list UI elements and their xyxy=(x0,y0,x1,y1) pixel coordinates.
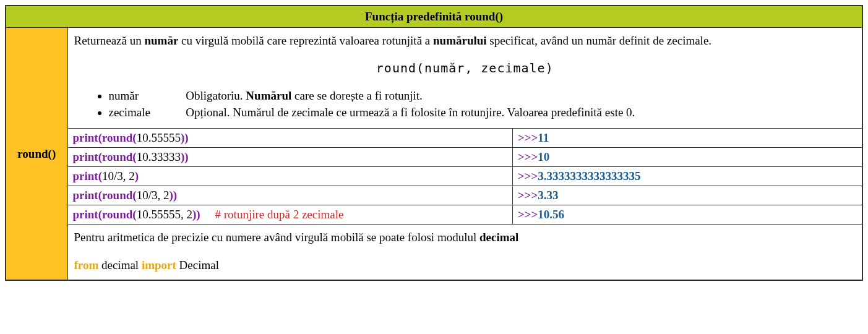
code-cell: print(round(10.33333)) xyxy=(68,147,513,166)
output-cell: >>>3.33 xyxy=(512,186,862,205)
example-row: print(10/3, 2) >>>3.3333333333333335 xyxy=(68,166,862,186)
code-cell: print(round(10/3, 2)) xyxy=(68,186,513,205)
param-list: număr Obligatoriu. Numărul care se doreș… xyxy=(74,88,856,121)
output-cell: >>>10.56 xyxy=(512,205,862,224)
param-desc: Opțional. Numărul de zecimale ce urmează… xyxy=(186,106,635,119)
code-cell: print(round(10.55555, 2))# rotunjire dup… xyxy=(68,205,513,224)
import-line: from decimal import Decimal xyxy=(74,257,856,274)
example-row: print(round(10.55555)) >>>11 xyxy=(68,128,862,147)
content-cell: Returnează un număr cu virgulă mobilă ca… xyxy=(67,28,862,281)
signature: round(număr, zecimale) xyxy=(74,60,856,77)
example-row: print(round(10.33333)) >>>10 xyxy=(68,147,862,166)
output-cell: >>>11 xyxy=(512,128,862,147)
footer-cell: Pentru aritmetica de precizie cu numere … xyxy=(68,224,862,280)
output-cell: >>>3.3333333333333335 xyxy=(512,166,862,186)
function-name-cell: round() xyxy=(6,28,67,281)
table-title: Funcția predefinită round() xyxy=(6,6,862,28)
param-desc: Obligatoriu. Numărul care se dorește a f… xyxy=(186,89,423,102)
documentation-table: Funcția predefinită round() round() Retu… xyxy=(5,5,863,281)
footer-text: Pentru aritmetica de precizie cu numere … xyxy=(74,229,856,246)
description-cell: Returnează un număr cu virgulă mobilă ca… xyxy=(68,28,862,128)
example-row: print(round(10/3, 2)) >>>3.33 xyxy=(68,186,862,205)
desc-text: Returnează un număr cu virgulă mobilă ca… xyxy=(74,34,712,47)
param-item: număr Obligatoriu. Numărul care se doreș… xyxy=(109,88,856,104)
code-cell: print(10/3, 2) xyxy=(68,166,513,186)
param-name: zecimale xyxy=(109,105,183,121)
code-cell: print(round(10.55555)) xyxy=(68,128,513,147)
output-cell: >>>10 xyxy=(512,147,862,166)
param-name: număr xyxy=(109,88,183,104)
example-row: print(round(10.55555, 2))# rotunjire dup… xyxy=(68,205,862,224)
param-item: zecimale Opțional. Numărul de zecimale c… xyxy=(109,105,856,121)
